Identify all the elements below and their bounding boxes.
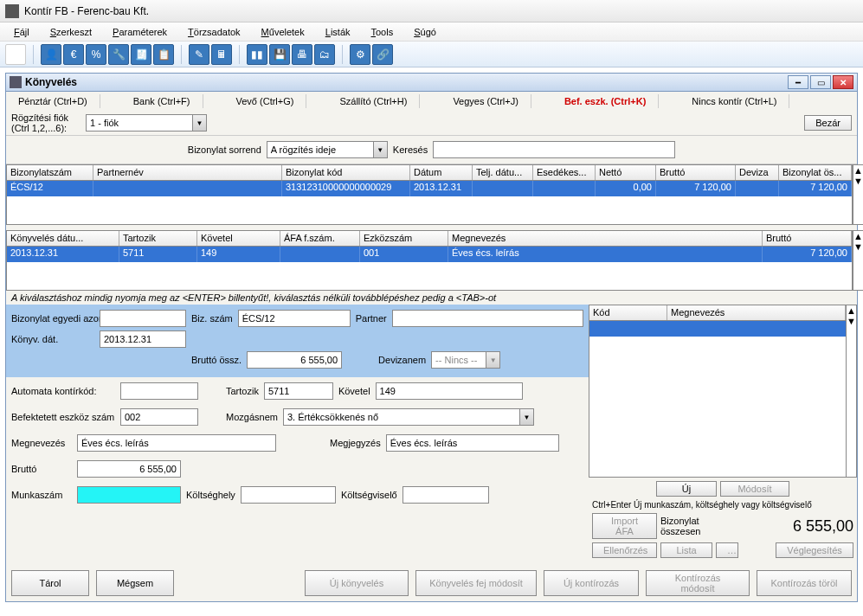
toolbar-calc-icon[interactable]: 🖩 — [211, 44, 232, 65]
grid2-col[interactable]: Könyvelés dátu... — [7, 231, 119, 246]
kovetel-input[interactable] — [376, 382, 523, 400]
sort-combo[interactable]: A rögzítés ideje ▼ — [267, 141, 388, 158]
ujkonyv-button[interactable]: Új könyvelés — [305, 570, 409, 596]
uj-button[interactable]: Új — [656, 481, 717, 497]
fiok-combo[interactable]: 1 - fiók ▼ — [86, 114, 207, 132]
lookup-grid[interactable]: Kód Megnevezés ▲ ▼ — [589, 305, 857, 478]
grid1-col[interactable]: Bizonylatszám — [7, 165, 93, 180]
toolbar-clipboard-icon[interactable]: 📋 — [153, 44, 174, 65]
konyv-input[interactable] — [100, 330, 186, 348]
tab-szallito[interactable]: Szállító (Ctrl+H) — [327, 94, 420, 108]
egyedi-input[interactable] — [100, 310, 186, 327]
grid2-col[interactable]: Megnevezés — [448, 231, 763, 246]
menu-tools[interactable]: Tools — [361, 24, 404, 40]
toolbar-percent-icon[interactable]: % — [86, 44, 106, 65]
lookup-row[interactable] — [589, 321, 846, 337]
menu-listak[interactable]: Listák — [315, 24, 361, 40]
fejmod-button[interactable]: Könyvelés fej módosít — [415, 570, 537, 596]
toolbar-blank-icon[interactable] — [5, 44, 26, 65]
lookup-col-megn: Megnevezés — [667, 305, 846, 320]
toolbar-gear-icon[interactable]: ⚙ — [350, 44, 370, 65]
tartozik-input[interactable] — [264, 382, 333, 400]
veglegesites-button[interactable]: Véglegesítés — [776, 542, 853, 558]
toolbar-print-icon[interactable]: 🖶 — [292, 44, 312, 65]
lista-button[interactable]: Lista — [660, 542, 712, 558]
tab-vegyes[interactable]: Vegyes (Ctrl+J) — [441, 94, 531, 108]
grid2-col[interactable]: Tartozik — [119, 231, 197, 246]
modosit-button[interactable]: Módosít — [720, 481, 789, 497]
grid1-col[interactable]: Dátum — [410, 165, 473, 180]
toolbar-chart-icon[interactable]: ▮▮ — [247, 44, 267, 65]
lookup-scrollbar[interactable]: ▲ ▼ — [846, 305, 856, 477]
mozgas-select[interactable]: 3. Értékcsökkenés nő ▼ — [283, 408, 534, 426]
menu-sugo[interactable]: Súgó — [403, 24, 447, 40]
grid1-col[interactable]: Nettó — [596, 165, 656, 180]
kontirmod-button[interactable]: Kontírozás módosít — [646, 570, 750, 596]
scroll-down-icon[interactable]: ▼ — [853, 176, 863, 186]
postings-grid[interactable]: Könyvelés dátu...TartozikKövetelÁFA f.sz… — [6, 230, 853, 291]
toolbar-lock-icon[interactable]: 🗂 — [314, 44, 335, 65]
grid1-col[interactable]: Esedékes... — [533, 165, 596, 180]
koltsegviselo-input[interactable] — [403, 486, 489, 504]
befekt-input[interactable] — [120, 408, 198, 426]
maximize-button[interactable]: ▭ — [810, 75, 831, 89]
app-icon — [5, 4, 19, 18]
grid1-col[interactable]: Telj. dátu... — [473, 165, 533, 180]
tab-vevo[interactable]: Vevő (Ctrl+G) — [224, 94, 307, 108]
scroll-down-icon[interactable]: ▼ — [853, 241, 863, 252]
menu-szerkeszt[interactable]: Szerkeszt — [40, 24, 102, 40]
munka-input[interactable] — [77, 486, 181, 504]
close-panel-button[interactable]: Bezár — [804, 115, 852, 131]
grid1-col[interactable]: Bizonylat ös... — [779, 165, 852, 180]
grid2-col[interactable]: Bruttó — [763, 231, 852, 246]
grid1-col[interactable]: Deviza — [736, 165, 779, 180]
partner-input[interactable] — [392, 310, 583, 327]
importafa-button[interactable]: Import ÁFA — [592, 513, 657, 539]
ujkontir-button[interactable]: Új kontírozás — [544, 570, 639, 596]
search-input[interactable] — [433, 141, 675, 158]
bruttoossz-input[interactable] — [247, 351, 342, 369]
tab-befeszk[interactable]: Bef. eszk. (Ctrl+K) — [552, 94, 659, 108]
autokontir-input[interactable] — [120, 382, 198, 400]
grid1-scrollbar[interactable]: ▲ ▼ — [853, 164, 863, 225]
grid1-col[interactable]: Partnernév — [93, 165, 282, 180]
toolbar-note-icon[interactable]: 🧾 — [131, 44, 151, 65]
megn-input[interactable] — [77, 434, 276, 452]
menu-torzsadatok[interactable]: Törzsadatok — [177, 24, 251, 40]
grid2-col[interactable]: ÁFA f.szám. — [280, 231, 360, 246]
brutto2-input[interactable] — [77, 460, 181, 478]
grid2-scrollbar[interactable]: ▲ ▼ — [853, 230, 863, 291]
tarol-button[interactable]: Tárol — [11, 570, 89, 596]
minimize-button[interactable]: ━ — [788, 75, 808, 89]
grid1-col[interactable]: Bizonylat kód — [282, 165, 410, 180]
koltseghely-input[interactable] — [241, 486, 336, 504]
grid2-col[interactable]: Ezközszám — [360, 231, 448, 246]
kontirtor-button[interactable]: Kontírozás töröl — [757, 570, 852, 596]
megj-input[interactable] — [386, 434, 559, 452]
close-button[interactable]: ✕ — [833, 75, 853, 89]
megsem-button[interactable]: Mégsem — [96, 570, 174, 596]
menu-fajl[interactable]: Fájl — [3, 24, 40, 40]
scroll-up-icon[interactable]: ▲ — [853, 231, 863, 241]
documents-grid[interactable]: BizonylatszámPartnernévBizonylat kódDátu… — [6, 164, 853, 225]
toolbar-edit-icon[interactable]: ✎ — [189, 44, 209, 65]
scroll-down-icon[interactable]: ▼ — [847, 316, 856, 326]
menu-parameterek[interactable]: Paraméterek — [102, 24, 177, 40]
bizszam-input[interactable] — [238, 310, 351, 327]
menu-muveletek[interactable]: Műveletek — [251, 24, 315, 40]
toolbar-euro-icon[interactable]: € — [63, 44, 84, 65]
grid2-col[interactable]: Követel — [197, 231, 280, 246]
lista-more-button[interactable]: … — [716, 542, 738, 558]
toolbar-save-icon[interactable]: 💾 — [269, 44, 290, 65]
ellenorzes-button[interactable]: Ellenőrzés — [592, 542, 657, 558]
scroll-up-icon[interactable]: ▲ — [853, 165, 863, 176]
grid1-col[interactable]: Bruttó — [656, 165, 736, 180]
tab-bank[interactable]: Bank (Ctrl+F) — [121, 94, 203, 108]
scroll-up-icon[interactable]: ▲ — [847, 305, 856, 316]
toolbar-person-icon[interactable]: 👤 — [41, 44, 61, 65]
toolbar-link-icon[interactable]: 🔗 — [372, 44, 393, 65]
tab-penztar[interactable]: Pénztár (Ctrl+D) — [6, 94, 100, 108]
tab-nincskontir[interactable]: Nincs kontír (Ctrl+L) — [679, 94, 789, 108]
deviza-select[interactable]: -- Nincs -- ▼ — [431, 351, 500, 369]
toolbar-wrench-icon[interactable]: 🔧 — [108, 44, 129, 65]
